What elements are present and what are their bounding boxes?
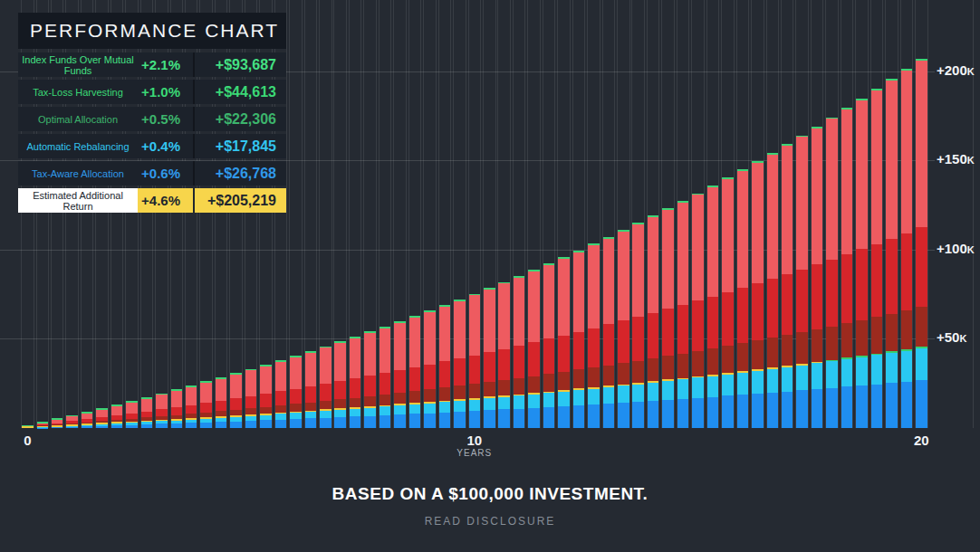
stacked-bar-year-17.67[interactable] (812, 127, 823, 428)
segment-index-funds-over-mutual-funds (439, 307, 451, 362)
segment-tax-loss-harvesting (841, 254, 853, 323)
stacked-bar-year-8.00[interactable] (380, 327, 391, 428)
stacked-bar-year-11.33[interactable] (528, 270, 540, 428)
stacked-bar-year-15.00[interactable] (692, 194, 704, 428)
segment-tax-aware-allocation (916, 380, 927, 428)
stacked-bar-year-9.00[interactable] (424, 310, 436, 428)
stacked-bar-year-4.67[interactable] (230, 373, 242, 428)
stacked-bar-year-15.33[interactable] (707, 186, 719, 428)
stacked-bar-year-19.33[interactable] (886, 79, 898, 428)
stacked-bar-year-6.33[interactable] (305, 351, 317, 428)
segment-automatic-rebalancing (424, 404, 436, 414)
stacked-bar-year-7.33[interactable] (350, 337, 361, 428)
stacked-bar-year-9.33[interactable] (439, 305, 451, 428)
segment-automatic-rebalancing (722, 375, 734, 396)
segment-tax-aware-allocation (394, 414, 406, 428)
stacked-bar-year-6.67[interactable] (320, 347, 331, 428)
stacked-bar-year-5.67[interactable] (275, 360, 287, 428)
stacked-bar-year-7.67[interactable] (364, 331, 376, 428)
stacked-bar-year-17.00[interactable] (782, 144, 793, 428)
stacked-bar-year-20.00[interactable] (916, 59, 927, 428)
stacked-bar-year-3.67[interactable] (186, 385, 197, 428)
segment-automatic-rebalancing (886, 353, 898, 383)
stacked-bar-year-19.00[interactable] (871, 89, 883, 428)
segment-tax-loss-harvesting (692, 300, 704, 351)
stacked-bar-year-2.00[interactable] (111, 404, 123, 428)
segment-optimal-allocation (796, 332, 808, 364)
stacked-bar-year-16.33[interactable] (752, 161, 764, 428)
stacked-bar-year-9.67[interactable] (454, 300, 466, 428)
segment-automatic-rebalancing (573, 390, 585, 405)
stacked-bar-year-12.67[interactable] (588, 243, 600, 428)
stacked-bar-year-7.00[interactable] (334, 341, 346, 428)
stacked-bar-year-14.67[interactable] (677, 201, 689, 428)
stacked-bar-year-8.33[interactable] (394, 321, 406, 428)
legend-row-label: Tax-Loss Harvesting (18, 80, 138, 104)
read-disclosure-link[interactable]: READ DISCLOSURE (0, 515, 980, 528)
stacked-bar-year-10.00[interactable] (469, 294, 481, 428)
segment-tax-loss-harvesting (275, 391, 287, 405)
stacked-bar-year-4.33[interactable] (216, 377, 227, 428)
stacked-bar-year-14.00[interactable] (648, 215, 659, 428)
segment-index-funds-over-mutual-funds (677, 203, 689, 305)
segment-optimal-allocation (662, 356, 674, 379)
segment-tax-loss-harvesting (677, 305, 689, 354)
segment-optimal-allocation (469, 384, 481, 398)
stacked-bar-year-0.67[interactable] (52, 418, 63, 428)
segment-index-funds-over-mutual-funds (886, 81, 898, 239)
stacked-bar-year-3.33[interactable] (171, 389, 183, 428)
bar-track (825, 0, 839, 428)
stacked-bar-year-12.33[interactable] (573, 251, 585, 428)
legend-row: Index Funds Over Mutual Funds+2.1%+$93,6… (18, 52, 286, 77)
stacked-bar-year-0.33[interactable] (37, 422, 49, 428)
bar-track (319, 0, 332, 428)
stacked-bar-year-18.33[interactable] (841, 108, 853, 428)
stacked-bar-year-0.00[interactable] (22, 425, 34, 428)
stacked-bar-year-10.33[interactable] (484, 288, 495, 428)
y-axis-tick-label: +50K (937, 329, 966, 345)
stacked-bar-year-1.33[interactable] (82, 412, 93, 428)
stacked-bar-year-1.00[interactable] (66, 415, 78, 428)
stacked-bar-year-16.67[interactable] (767, 153, 779, 428)
stacked-bar-year-3.00[interactable] (156, 394, 168, 428)
stacked-bar-year-17.33[interactable] (796, 136, 808, 428)
segment-optimal-allocation (826, 327, 838, 360)
stacked-bar-year-15.67[interactable] (722, 177, 734, 428)
stacked-bar-year-2.67[interactable] (141, 397, 153, 428)
legend-row-percent: +0.6% (138, 161, 193, 186)
stacked-bar-year-13.67[interactable] (632, 223, 644, 428)
bar-track (587, 0, 600, 428)
segment-tax-aware-allocation (767, 393, 779, 428)
bar-track (706, 0, 720, 428)
stacked-bar-year-6.00[interactable] (290, 356, 302, 428)
stacked-bar-year-5.00[interactable] (245, 369, 257, 428)
stacked-bar-year-2.33[interactable] (126, 401, 138, 428)
legend-row-amount: +$44,613 (193, 80, 286, 104)
stacked-bar-year-14.33[interactable] (662, 208, 674, 428)
stacked-bar-year-12.00[interactable] (558, 257, 570, 428)
segment-tax-aware-allocation (96, 426, 108, 428)
stacked-bar-year-10.67[interactable] (498, 282, 510, 428)
stacked-bar-year-13.33[interactable] (618, 230, 629, 428)
stacked-bar-year-4.00[interactable] (200, 381, 212, 428)
segment-tax-loss-harvesting (320, 384, 331, 401)
legend-row-amount: +$17,845 (193, 134, 286, 158)
stacked-bar-year-11.67[interactable] (543, 263, 555, 428)
legend-row-label: Tax-Aware Allocation (18, 161, 138, 186)
segment-index-funds-over-mutual-funds (722, 179, 734, 292)
stacked-bar-year-5.33[interactable] (260, 365, 272, 428)
stacked-bar-year-16.00[interactable] (737, 169, 749, 428)
stacked-bar-year-18.00[interactable] (826, 118, 838, 428)
bar-track (513, 0, 526, 428)
stacked-bar-year-8.67[interactable] (409, 316, 421, 428)
stacked-bar-year-1.67[interactable] (96, 408, 108, 428)
stacked-bar-year-13.00[interactable] (603, 237, 615, 428)
segment-tax-loss-harvesting (484, 352, 495, 382)
segment-index-funds-over-mutual-funds (856, 100, 868, 250)
stacked-bar-year-11.00[interactable] (514, 276, 525, 428)
segment-tax-loss-harvesting (618, 320, 629, 363)
stacked-bar-year-19.67[interactable] (901, 69, 913, 428)
stacked-bar-year-18.67[interactable] (856, 99, 868, 428)
segment-index-funds-over-mutual-funds (141, 399, 153, 412)
segment-automatic-rebalancing (439, 402, 451, 413)
